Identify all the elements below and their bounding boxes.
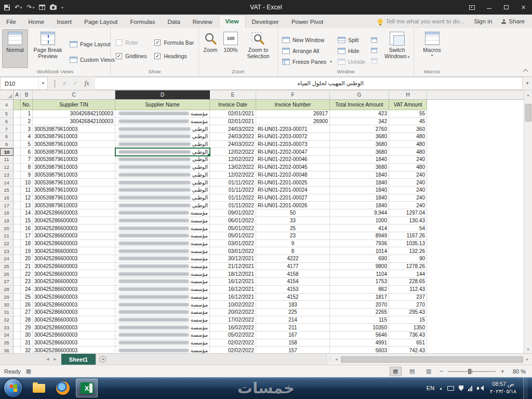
cell-B33[interactable]: 29 [21,324,33,331]
row-header-36[interactable]: 36 [0,347,14,353]
cell-E24[interactable]: 30/12/2021 [210,255,256,263]
cell-G13[interactable]: 1840 [330,171,389,179]
cell-C24[interactable]: 300425286600003 [33,255,115,263]
cell-G12[interactable]: 3680 [330,164,389,171]
cell-A29[interactable] [14,294,21,301]
cell-C13[interactable]: 300539879610003 [33,171,115,179]
cell-B17[interactable]: 13 [21,202,33,209]
cell-A6[interactable] [14,118,21,126]
cell-D36[interactable]: مؤسسة [115,347,210,353]
ribbon-tab-insert[interactable]: Insert [50,16,78,28]
cell-C17[interactable]: 300539879610003 [33,202,115,209]
row-header-4[interactable]: 4 [0,100,14,110]
cell-D17[interactable]: الوطني [115,202,210,209]
cell-H15[interactable]: 240 [389,187,427,194]
cell-E25[interactable]: 21/12/2021 [210,263,256,271]
cell-G15[interactable]: 1840 [330,187,389,194]
cell-H16[interactable]: 240 [389,194,427,202]
cell-G17[interactable]: 1840 [330,202,389,209]
row-header-13[interactable]: 13 [0,171,14,179]
cell-E12[interactable]: 13/02/2022 [210,164,256,171]
redo-button[interactable]: ↷▾ [27,4,35,10]
cell-A35[interactable] [14,339,21,347]
cell-E17[interactable]: 01/11/2022 [210,202,256,209]
cell-C32[interactable]: 300425286600003 [33,316,115,324]
cell-H8[interactable]: 480 [389,133,427,141]
cell-B30[interactable]: 26 [21,301,33,309]
row-header-24[interactable]: 24 [0,255,14,263]
cell-A36[interactable] [14,347,21,353]
row-header-25[interactable]: 25 [0,263,14,271]
cell-H28[interactable]: 112.43 [389,286,427,294]
row-header-21[interactable]: 21 [0,232,14,240]
cell-B13[interactable]: 9 [21,171,33,179]
cell-C30[interactable]: 300425286600003 [33,301,115,309]
row-header-8[interactable]: 8 [0,133,14,141]
cell-G26[interactable]: 1104 [330,270,389,278]
tell-me-box[interactable]: Tell me what you want to do... [378,18,465,24]
ribbon-tab-home[interactable]: Home [22,16,51,28]
cell-E28[interactable]: 16/12/2021 [210,286,256,294]
enter-icon[interactable]: ✓ [73,80,78,87]
cell-D16[interactable]: الوطني [115,194,210,202]
cell-F11[interactable]: RI-UN01-2202-00046 [256,156,330,164]
cell-G4[interactable]: Total Invoice Amount [330,100,389,110]
zoom-in-button[interactable]: + [500,368,504,375]
cell-E4[interactable]: Invoice Date [210,100,256,110]
select-all-corner[interactable] [0,90,14,100]
cell-A4[interactable] [14,100,21,110]
cell-B19[interactable]: 15 [21,217,33,225]
switch-windows-button[interactable]: Switch Windows▾ [381,29,413,68]
cell-E30[interactable]: 10/02/2022 [210,301,256,309]
undo-dropdown-icon[interactable]: ▾ [20,6,22,9]
cell-F17[interactable]: RI-UN01-2201-00026 [256,202,330,209]
cell-H21[interactable]: 1167.26 [389,232,427,240]
cell-H36[interactable]: 742.43 [389,347,427,353]
cell-E16[interactable]: 01/11/2022 [210,194,256,202]
cell-E26[interactable]: 18/12/2021 [210,270,256,278]
cell-H5[interactable]: 55 [389,110,427,118]
cell-A7[interactable] [14,125,21,133]
previous-sheet-icon[interactable]: ◄ [46,357,50,362]
cell-A14[interactable] [14,179,21,187]
cell-D8[interactable]: الوطني [115,133,210,141]
row-header-29[interactable]: 29 [0,294,14,301]
cell-A24[interactable] [14,255,21,263]
cell-D22[interactable]: مؤسسة [115,240,210,248]
cell-B9[interactable]: 5 [21,141,33,149]
column-header-B[interactable]: B [21,90,33,100]
start-button[interactable] [4,379,22,397]
cell-C35[interactable]: 300425286600003 [33,339,115,347]
cell-A34[interactable] [14,331,21,339]
cell-C27[interactable]: 300425286600003 [33,278,115,286]
cell-H33[interactable]: 1350 [389,324,427,331]
cell-C26[interactable]: 300425286600003 [33,270,115,278]
cell-D20[interactable]: مؤسسة [115,224,210,232]
macros-button[interactable]: Macros▾ [421,29,443,68]
cell-A18[interactable] [14,209,21,217]
row-header-30[interactable]: 30 [0,301,14,309]
cell-G8[interactable]: 3680 [330,133,389,141]
zoom-to-selection-button[interactable]: Zoom to Selection [242,29,275,68]
cell-A10[interactable] [14,148,21,156]
row-header-28[interactable]: 28 [0,286,14,294]
cell-G22[interactable]: 7936 [330,240,389,248]
cell-E19[interactable]: 06/01/2022 [210,217,256,225]
cell-F32[interactable]: 214 [256,316,330,324]
cell-C11[interactable]: 300539879610003 [33,156,115,164]
cell-A27[interactable] [14,278,21,286]
cell-D26[interactable]: مؤسسة [115,270,210,278]
row-header-32[interactable]: 32 [0,316,14,324]
row-header-33[interactable]: 33 [0,324,14,331]
cell-H24[interactable]: 90 [389,255,427,263]
cell-H14[interactable]: 240 [389,179,427,187]
cell-F20[interactable]: 25 [256,224,330,232]
vertical-scroll-thumb[interactable] [525,104,531,122]
cell-C19[interactable]: 300425286600003 [33,217,115,225]
cell-H26[interactable]: 144 [389,270,427,278]
ribbon-tab-power-pivot[interactable]: Power Pivot [285,16,329,28]
cell-B4[interactable]: No. [21,100,33,110]
cell-G16[interactable]: 1840 [330,194,389,202]
cell-B12[interactable]: 8 [21,164,33,171]
cell-D23[interactable]: مؤسسة [115,247,210,255]
